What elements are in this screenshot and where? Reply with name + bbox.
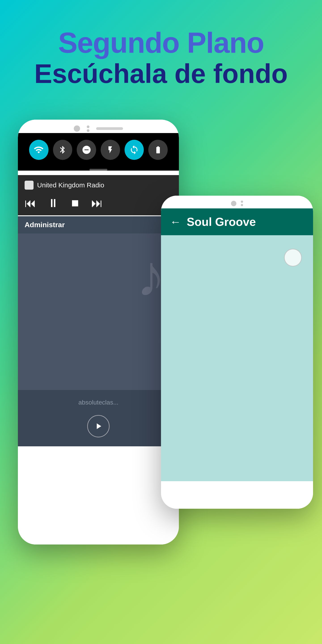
page-background: Segundo Plano Escúchala de fondo — [0, 0, 322, 644]
play-circle-right[interactable] — [284, 249, 302, 266]
prev-button[interactable]: ⏮ — [24, 196, 36, 210]
back-button[interactable]: ← — [170, 215, 181, 228]
bluetooth-icon — [58, 145, 67, 154]
dnd-toggle[interactable] — [77, 140, 96, 160]
flashlight-icon — [106, 146, 114, 154]
media-controls: ⏮ ⏸ ⏹ ⏭ — [24, 196, 172, 210]
media-app-icon — [24, 181, 34, 190]
notification-bottom-controls — [24, 415, 172, 438]
notification-panel: Administrar ♪ absoluteclas... — [18, 216, 179, 446]
dots-menu — [87, 126, 90, 132]
flashlight-toggle[interactable] — [100, 140, 120, 160]
sync-toggle[interactable] — [124, 140, 144, 160]
battery-icon — [154, 146, 162, 154]
bluetooth-toggle[interactable] — [53, 140, 72, 160]
dots-menu-right — [241, 200, 243, 206]
sync-icon — [129, 145, 139, 155]
headline-top: Segundo Plano — [0, 27, 322, 59]
app-header: ← Soul Groove — [161, 208, 313, 235]
notification-content-area: ♪ — [18, 234, 179, 390]
camera-dot-right — [231, 201, 236, 206]
wifi-icon — [34, 145, 44, 155]
media-notification: United Kingdom Radio ⏮ ⏸ ⏹ ⏭ — [18, 175, 179, 215]
next-button[interactable]: ⏭ — [91, 196, 103, 210]
media-app-row: United Kingdom Radio — [24, 181, 172, 190]
status-icons-row — [22, 135, 174, 166]
header-section: Segundo Plano Escúchala de fondo — [0, 0, 322, 106]
phone-right: ← Soul Groove — [161, 196, 313, 509]
media-app-name: United Kingdom Radio — [37, 181, 104, 189]
pause-button[interactable]: ⏸ — [48, 196, 59, 210]
camera-dot — [74, 126, 80, 132]
app-content — [161, 235, 313, 481]
phone-left: United Kingdom Radio ⏮ ⏸ ⏹ ⏭ Administrar — [18, 120, 179, 544]
headline-bottom: Escúchala de fondo — [0, 59, 322, 88]
speaker-bar — [96, 127, 123, 130]
url-text: absoluteclas... — [24, 399, 172, 406]
wifi-toggle[interactable] — [29, 140, 48, 160]
battery-toggle[interactable] — [148, 140, 168, 160]
dot-small-2 — [87, 129, 90, 132]
phone-right-inner: ← Soul Groove — [161, 196, 313, 509]
phone-top-bar — [18, 120, 179, 133]
dnd-icon — [82, 145, 92, 155]
circle-play-button[interactable] — [87, 415, 110, 438]
phone-left-inner: United Kingdom Radio ⏮ ⏸ ⏹ ⏭ Administrar — [18, 120, 179, 544]
phone-right-top-bar — [161, 196, 313, 208]
phones-container: United Kingdom Radio ⏮ ⏸ ⏹ ⏭ Administrar — [0, 106, 322, 598]
dot-r-2 — [241, 204, 243, 206]
manage-bar: Administrar — [18, 216, 179, 234]
dot-small-1 — [87, 126, 90, 128]
notification-bottom: absoluteclas... — [18, 390, 179, 446]
shade-handle — [90, 169, 107, 170]
app-header-title: Soul Groove — [187, 215, 256, 228]
manage-label: Administrar — [24, 221, 65, 229]
dot-r-1 — [241, 200, 243, 203]
notification-shade-top — [18, 133, 179, 170]
stop-button[interactable]: ⏹ — [70, 198, 80, 209]
